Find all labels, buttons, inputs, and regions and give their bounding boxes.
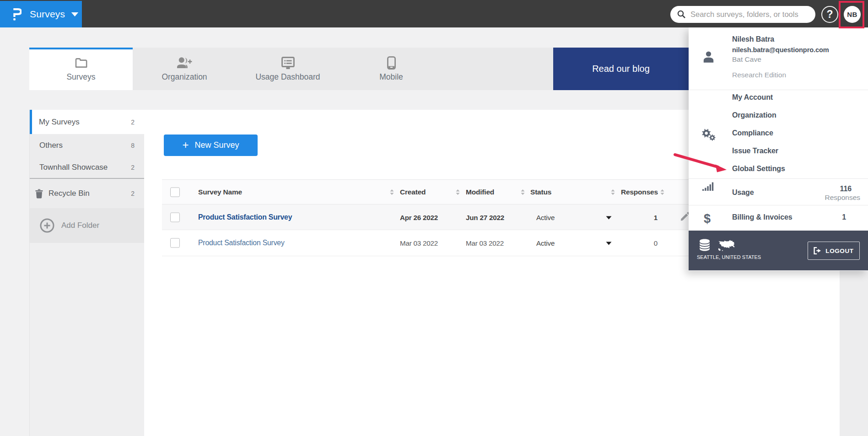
column-header-created[interactable]: Created [400,188,426,196]
sidebar-item-label: Townhall Showcase [39,163,108,172]
user-add-icon [177,55,192,70]
search-input[interactable] [690,10,809,19]
row-checkbox[interactable] [170,212,180,222]
divider [689,205,868,205]
user-organization: Bat Cave [732,55,761,64]
menu-item-usage[interactable]: Usage [732,188,754,197]
database-icon [699,239,710,251]
tab-label: Surveys [66,72,95,82]
sidebar-item-others[interactable]: Others 8 [30,134,144,156]
menu-item-my-account[interactable]: My Account [732,93,773,102]
sidebar-item-count: 8 [131,142,135,149]
usage-value: 116 [840,185,852,193]
status-dropdown-caret[interactable] [606,213,612,221]
menu-item-global-settings[interactable]: Global Settings [732,165,785,173]
search-icon [677,10,686,19]
questionpro-logo-icon [13,8,22,21]
avatar-initials: NB [847,11,857,18]
add-folder-button[interactable]: Add Folder [30,208,144,243]
logout-button[interactable]: LOGOUT [808,242,860,260]
sidebar-item-my-surveys[interactable]: My Surveys 2 [30,110,144,134]
created-cell: Apr 26 2022 [400,213,438,221]
folders-sidebar: My Surveys 2 Others 8 Townhall Showcase … [29,110,144,436]
status-dropdown-caret[interactable] [606,239,612,247]
menu-item-compliance[interactable]: Compliance [732,129,773,137]
menu-item-issue-tracker[interactable]: Issue Tracker [732,147,778,155]
right-gutter [840,271,868,436]
tab-organization[interactable]: Organization [133,48,236,90]
sort-icon[interactable] [456,189,460,195]
user-icon [703,51,714,63]
product-switcher[interactable]: Surveys [0,1,82,27]
menu-item-organization[interactable]: Organization [732,111,776,119]
user-email: nilesh.batra@questionpro.com [732,46,829,54]
status-cell: Active [536,213,555,221]
column-header-survey-name[interactable]: Survey Name [198,188,242,196]
logout-label: LOGOUT [825,248,853,254]
usage-bars-icon [702,182,716,191]
column-header-status[interactable]: Status [530,188,551,196]
global-search [670,6,815,23]
responses-cell: 1 [641,213,658,221]
sort-icon[interactable] [521,189,525,195]
usa-map-icon [718,239,736,251]
modified-cell: Jun 27 2022 [466,213,504,221]
sort-icon[interactable] [390,189,394,195]
dollar-icon: $ [704,212,711,226]
sidebar-item-count: 2 [131,164,135,171]
divider [689,178,868,179]
row-checkbox[interactable] [170,238,180,248]
folder-icon [75,55,87,70]
usage-unit: Responses [825,194,860,202]
read-blog-label: Read our blog [592,64,650,74]
menu-item-billing[interactable]: Billing & Invoices [732,213,793,221]
modified-cell: Mar 03 2022 [466,239,504,247]
help-label: ? [826,8,833,21]
sidebar-item-recycle-bin[interactable]: Recycle Bin 2 [30,179,144,208]
gears-icon [701,129,716,141]
sidebar-item-label: Others [39,141,63,150]
tab-surveys[interactable]: Surveys [29,48,133,90]
column-header-modified[interactable]: Modified [466,188,494,196]
read-blog-button[interactable]: Read our blog [553,48,689,90]
product-switcher-label: Surveys [30,9,65,20]
new-survey-button[interactable]: + New Survey [164,135,258,156]
dashboard-icon [281,55,295,70]
sidebar-item-label: My Surveys [39,118,80,127]
sidebar-item-count: 2 [131,118,135,126]
survey-name-link[interactable]: Product Satisfaction Survey [198,239,285,247]
plus-icon: + [182,139,189,151]
chevron-down-icon [71,12,79,17]
tab-usage-dashboard[interactable]: Usage Dashboard [236,48,340,90]
sort-icon[interactable] [660,189,664,195]
tab-label: Mobile [379,72,403,82]
created-cell: Mar 03 2022 [400,239,438,247]
user-menu-dropdown: Nilesh Batra nilesh.batra@questionpro.co… [689,27,868,271]
user-menu-footer: SEATTLE, UNITED STATES LOGOUT [689,231,868,270]
divider [689,90,868,90]
responses-cell: 0 [641,239,658,247]
plus-circle-icon [40,218,54,233]
sort-icon[interactable] [611,189,615,195]
tab-label: Usage Dashboard [255,72,320,82]
new-survey-label: New Survey [194,140,239,150]
mobile-icon [387,55,396,70]
user-name: Nilesh Batra [732,35,774,43]
top-bar: Surveys ? NB [0,0,868,27]
tab-label: Organization [162,72,207,82]
datacenter-location: SEATTLE, UNITED STATES [697,254,761,260]
trash-icon [35,189,43,199]
sidebar-item-label: Recycle Bin [49,189,90,198]
tab-mobile[interactable]: Mobile [340,48,443,90]
select-all-checkbox[interactable] [170,187,180,197]
add-folder-label: Add Folder [61,221,99,230]
billing-value: 1 [842,213,846,221]
status-cell: Active [536,239,555,247]
logout-icon [814,247,821,254]
help-button[interactable]: ? [821,6,838,23]
user-avatar[interactable]: NB [844,6,861,23]
sidebar-item-count: 2 [131,190,135,197]
column-header-responses[interactable]: Responses [621,188,658,196]
sidebar-item-townhall-showcase[interactable]: Townhall Showcase 2 [30,156,144,179]
survey-name-link[interactable]: Product Satisfaction Survey [198,213,292,221]
